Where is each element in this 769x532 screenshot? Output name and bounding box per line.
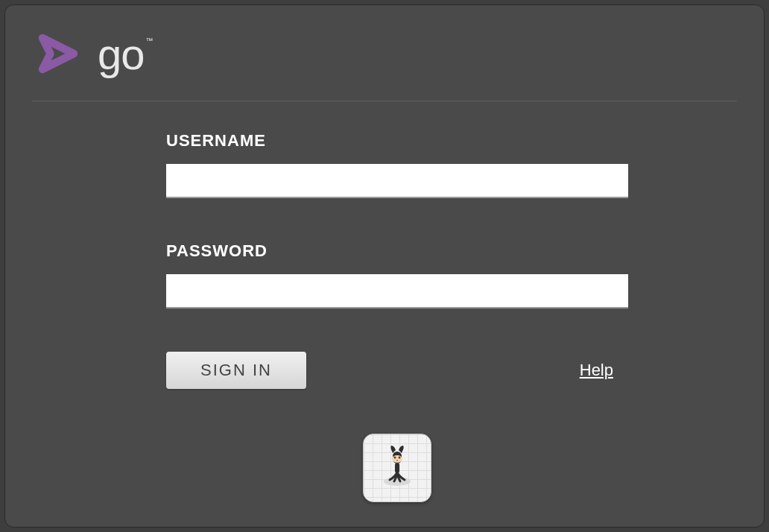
svg-point-0 <box>384 477 411 486</box>
help-link[interactable]: Help <box>580 361 613 380</box>
svg-point-4 <box>399 457 401 459</box>
login-panel: go™ USERNAME PASSWORD SIGN IN Help <box>4 4 765 528</box>
brand-name: go <box>98 30 145 78</box>
action-row: SIGN IN Help <box>166 352 628 389</box>
github-oauth-button[interactable] <box>363 434 431 502</box>
svg-point-5 <box>396 460 398 461</box>
svg-point-3 <box>394 457 396 459</box>
logo-text: go™ <box>98 29 151 79</box>
username-label: USERNAME <box>166 131 633 151</box>
logo-header: go™ <box>32 28 737 101</box>
password-input[interactable] <box>166 274 628 308</box>
username-input[interactable] <box>166 164 628 198</box>
svg-point-2 <box>392 455 402 463</box>
password-label: PASSWORD <box>166 241 633 261</box>
login-form: USERNAME PASSWORD SIGN IN Help <box>32 131 737 502</box>
trademark-symbol: ™ <box>146 37 153 45</box>
octocat-icon <box>373 443 421 493</box>
go-logo-icon <box>32 28 84 80</box>
oauth-row <box>166 434 628 502</box>
signin-button[interactable]: SIGN IN <box>166 352 306 389</box>
